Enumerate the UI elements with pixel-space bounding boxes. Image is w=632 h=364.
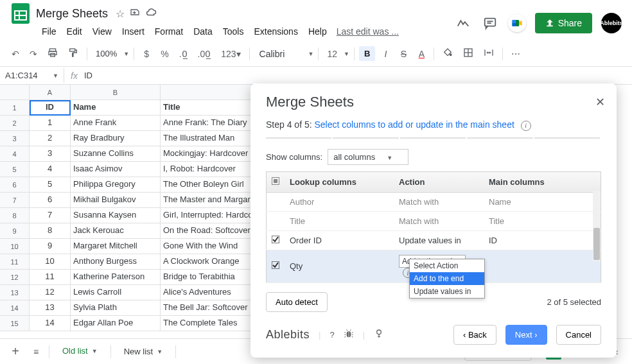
back-button[interactable]: ‹ Back <box>453 325 496 345</box>
action-cell[interactable]: Match with <box>394 211 484 230</box>
print-icon[interactable] <box>44 44 62 63</box>
cell[interactable]: Anthony Burgess <box>71 254 161 270</box>
help-icon[interactable]: ? <box>329 330 334 340</box>
info-icon[interactable]: i <box>521 121 531 131</box>
star-icon[interactable]: ☆ <box>116 8 125 20</box>
cell[interactable]: Edgar Allan Poe <box>71 316 161 331</box>
percent-icon[interactable]: % <box>157 46 172 62</box>
dropdown-select-action[interactable]: Select Action <box>410 259 484 272</box>
font-select[interactable]: Calibri <box>254 46 306 62</box>
cell[interactable]: Lewis Carroll <box>71 285 161 300</box>
dropdown-update-values[interactable]: Update values in <box>410 285 484 298</box>
name-box[interactable]: A1:C314▼ <box>0 68 64 83</box>
cell[interactable]: 9 <box>30 239 71 254</box>
cell[interactable]: 11 <box>30 270 71 285</box>
paint-format-icon[interactable] <box>64 44 82 63</box>
action-cell[interactable]: Update values in <box>394 230 484 250</box>
row-header[interactable]: 4 <box>0 146 30 162</box>
row-header[interactable]: 12 <box>0 270 30 285</box>
row-checkbox[interactable] <box>267 192 285 211</box>
cell[interactable]: 1 <box>30 116 71 131</box>
action-cell[interactable]: Match with <box>394 192 484 211</box>
cell[interactable]: ID <box>30 100 71 116</box>
next-button[interactable]: Next › <box>505 325 547 345</box>
menu-view[interactable]: View <box>88 24 116 39</box>
select-all-corner[interactable] <box>0 85 30 100</box>
sheet-tab-old-list[interactable]: Old list▼ <box>55 341 105 362</box>
doc-title[interactable]: Merge Sheets <box>36 7 108 21</box>
menu-edit[interactable]: Edit <box>62 24 87 39</box>
cell[interactable]: Jack Kerouac <box>71 223 161 239</box>
row-header[interactable]: 8 <box>0 208 30 223</box>
row-checkbox[interactable] <box>267 211 285 230</box>
cell[interactable]: 14 <box>30 316 71 331</box>
cell[interactable]: 12 <box>30 285 71 300</box>
table-scrollbar[interactable] <box>593 192 601 261</box>
cell[interactable]: Susanna Kaysen <box>71 208 161 223</box>
row-header[interactable]: 13 <box>0 285 30 300</box>
menu-extensions[interactable]: Extensions <box>249 24 302 39</box>
merge-icon[interactable] <box>480 44 498 63</box>
cell[interactable]: Ray Bradbury <box>71 131 161 146</box>
cell[interactable]: 10 <box>30 254 71 270</box>
menu-help[interactable]: Help <box>304 24 331 39</box>
bold-icon[interactable]: B <box>359 46 375 61</box>
row-header[interactable]: 3 <box>0 131 30 146</box>
show-columns-select[interactable]: all columns ▼ <box>328 149 408 165</box>
comments-icon[interactable] <box>481 14 499 32</box>
row-header[interactable]: 6 <box>0 177 30 193</box>
dec-decrease-icon[interactable]: .0̲ <box>175 46 191 62</box>
cell[interactable]: 7 <box>30 208 71 223</box>
row-header[interactable]: 5 <box>0 162 30 177</box>
cell[interactable]: 8 <box>30 223 71 239</box>
text-color-icon[interactable]: A <box>414 46 429 62</box>
menu-tools[interactable]: Tools <box>218 24 249 39</box>
th-lookup[interactable]: Lookup columns <box>285 171 394 192</box>
cell[interactable]: 3 <box>30 146 71 162</box>
fill-color-icon[interactable] <box>439 44 457 63</box>
activity-icon[interactable] <box>454 14 472 32</box>
cell[interactable]: Isaac Asimov <box>71 162 161 177</box>
font-size[interactable]: 12 <box>323 46 341 62</box>
row-header[interactable]: 7 <box>0 193 30 208</box>
borders-icon[interactable] <box>459 44 477 63</box>
table-row[interactable]: AuthorMatch withName <box>267 192 601 211</box>
strike-icon[interactable]: S <box>396 46 411 62</box>
cell[interactable]: Name <box>71 100 161 116</box>
cell[interactable]: 4 <box>30 162 71 177</box>
last-edit-link[interactable]: Last edit was ... <box>337 26 399 37</box>
row-header[interactable]: 1 <box>0 100 30 116</box>
menu-insert[interactable]: Insert <box>118 24 149 39</box>
row-header[interactable]: 11 <box>0 254 30 270</box>
row-header[interactable]: 10 <box>0 239 30 254</box>
cell[interactable]: 6 <box>30 193 71 208</box>
sheet-tab-new-list[interactable]: New list▼ <box>116 342 170 361</box>
cell[interactable]: 13 <box>30 300 71 316</box>
row-header[interactable]: 15 <box>0 316 30 331</box>
move-icon[interactable] <box>130 7 140 20</box>
cell[interactable]: Mikhail Bulgakov <box>71 193 161 208</box>
more-icon[interactable]: ⋯ <box>507 46 524 62</box>
row-checkbox[interactable] <box>267 250 285 283</box>
table-row[interactable]: Order IDUpdate values inID <box>267 230 601 250</box>
row-checkbox[interactable] <box>267 230 285 250</box>
bug-icon[interactable] <box>344 329 354 341</box>
col-header-b[interactable]: B <box>71 85 161 100</box>
table-row[interactable]: TitleMatch withTitle <box>267 211 601 230</box>
add-sheet-icon[interactable]: + <box>8 341 23 362</box>
cell[interactable]: 5 <box>30 177 71 193</box>
meet-button[interactable] <box>508 14 526 32</box>
dec-increase-icon[interactable]: .00̲ <box>194 46 215 62</box>
row-header[interactable]: 14 <box>0 300 30 316</box>
select-all-checkbox[interactable] <box>267 171 285 192</box>
avatar[interactable]: Ablebits <box>601 13 622 33</box>
row-header[interactable]: 2 <box>0 116 30 131</box>
undo-icon[interactable]: ↶ <box>8 46 23 62</box>
sheets-logo[interactable] <box>8 1 33 26</box>
step-link[interactable]: Select columns to add or update in the m… <box>315 119 514 130</box>
auto-detect-button[interactable]: Auto detect <box>266 292 328 312</box>
cell[interactable]: Katherine Paterson <box>71 270 161 285</box>
cell[interactable]: Sylvia Plath <box>71 300 161 316</box>
cancel-button[interactable]: Cancel <box>556 325 601 345</box>
more-formats-icon[interactable]: 123▾ <box>217 46 244 62</box>
